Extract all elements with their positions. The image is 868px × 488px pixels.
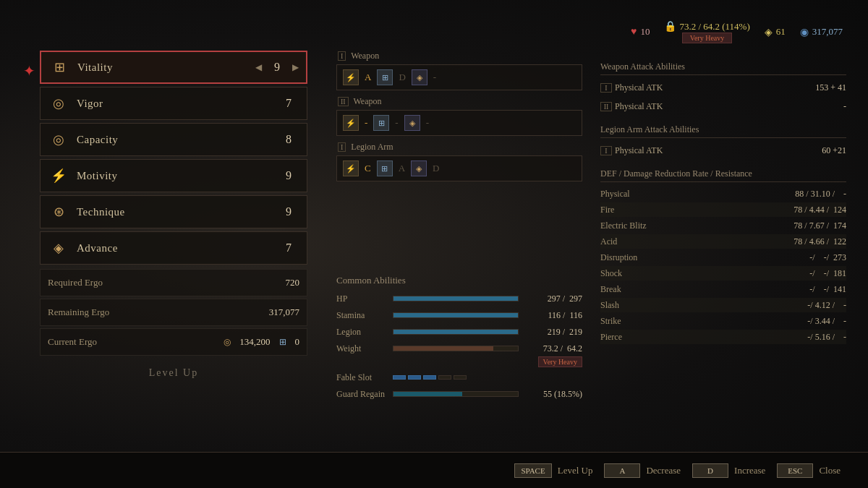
guard-bar-bg [393, 391, 519, 397]
legion-atk-value: 60 +21 [822, 145, 846, 156]
fable-dot-4 [438, 375, 451, 380]
weapon1-roman: I [338, 51, 346, 61]
def-fire-label: Fire [600, 205, 658, 215]
stat-vigor[interactable]: ◎ Vigor 7 [40, 87, 307, 120]
def-pierce-values: -/ 5.16 / - [658, 332, 846, 343]
weight-ability-row: Weight 73.2 / 64.2 [336, 342, 582, 355]
weapon2-atk-row: II Physical ATK - [600, 98, 846, 114]
weapon2-atk-label: Physical ATK [615, 101, 843, 112]
weight-bar-bg [393, 346, 519, 351]
def-pierce-row: Pierce -/ 5.16 / - [600, 330, 846, 344]
vitality-label: Vitality [77, 61, 255, 74]
technique-value: 9 [278, 205, 299, 218]
def-slash-label: Slash [600, 300, 658, 311]
def-pierce-label: Pierce [600, 332, 658, 343]
legion-slot[interactable]: ⚡ C ⊞ A ◈ D [336, 155, 582, 181]
fable-label: Fable Slot [336, 372, 387, 383]
def-shock-values: -/ -/ 181 [658, 268, 846, 279]
weapon1-header: I Weapon [336, 51, 582, 61]
stat-advance[interactable]: ◈ Advance 7 [40, 231, 307, 265]
equipment-panel: I Weapon ⚡ A ⊞ D ◈ - II Weapon ⚡ - ⊞ - ◈ [336, 51, 582, 187]
vitality-icon: ⊞ [48, 56, 70, 78]
def-electric-row: Electric Blitz 78 / 7.67 / 174 [600, 218, 846, 233]
vitality-left-arrow: ◀ [255, 62, 262, 73]
close-label: Close [819, 465, 841, 476]
weapon1-grade-left: A [365, 72, 371, 83]
def-disruption-row: Disruption -/ -/ 273 [600, 250, 846, 265]
def-shock-row: Shock -/ -/ 181 [600, 266, 846, 281]
weapon2-slot-icon: ⚡ [343, 115, 359, 131]
def-strike-row: Strike -/ 3.44 / - [600, 314, 846, 328]
vitality-arrows: ◀ 9 ▶ [255, 61, 299, 74]
weapon2-slot-icon3: ◈ [404, 115, 420, 131]
stat-motivity[interactable]: ⚡ Motivity 9 [40, 159, 307, 192]
legion-atk-row: I Physical ATK 60 +21 [600, 142, 846, 158]
guard-value: 55 (18.5%) [524, 389, 582, 400]
weapon1-atk-roman: I [600, 83, 612, 93]
def-disruption-values: -/ -/ 273 [658, 252, 846, 263]
weapon1-sep: D [399, 72, 405, 83]
required-ergo-row: Required Ergo 720 [40, 269, 307, 296]
very-heavy-tag: Very Heavy [538, 356, 582, 367]
vigor-icon: ◎ [48, 93, 69, 114]
weapon2-grade-left: - [365, 117, 367, 129]
hp-ability-row: HP 297 / 297 [336, 292, 582, 305]
weapon2-slot[interactable]: ⚡ - ⊞ - ◈ - [336, 110, 582, 136]
decrease-label: Decrease [646, 465, 681, 476]
remaining-ergo-value: 317,077 [269, 307, 299, 318]
current-ergo-icon: ◎ [224, 337, 231, 348]
legion-bar-bg [393, 329, 519, 335]
fable-dot-1 [393, 375, 406, 380]
def-strike-label: Strike [600, 316, 658, 327]
stamina-label: Stamina [336, 310, 387, 321]
def-physical-row: Physical 88 / 31.10 / - [600, 187, 846, 201]
stat-technique[interactable]: ⊛ Technique 9 [40, 195, 307, 228]
capacity-value: 8 [278, 133, 299, 146]
stamina-bar-fill [393, 313, 518, 317]
def-physical-label: Physical [600, 189, 658, 200]
stamina-value: 116 / 116 [524, 310, 582, 321]
def-physical-values: 88 / 31.10 / - [658, 189, 846, 200]
current-ergo-values: ◎ 134,200 ⊞ 0 [224, 336, 299, 348]
weapon1-section: I Weapon ⚡ A ⊞ D ◈ - [336, 51, 582, 90]
legion-label: Legion [336, 327, 387, 338]
increase-label: Increase [734, 465, 765, 476]
weapon2-right: - [426, 117, 429, 129]
legion-bar-fill [393, 330, 518, 334]
remaining-ergo-label: Remaining Ergo [48, 307, 269, 318]
weapon2-atk-roman: II [600, 102, 612, 111]
legion-value: 219 / 219 [524, 327, 582, 338]
current-ergo-val2: 0 [295, 336, 300, 348]
hp-label: HP [336, 294, 387, 304]
a-key-label: A [619, 466, 625, 475]
weapon1-slot-icon3: ◈ [412, 69, 427, 85]
weapon1-slot[interactable]: ⚡ A ⊞ D ◈ - [336, 64, 582, 90]
advance-value: 7 [278, 241, 299, 254]
advance-icon: ◈ [48, 237, 69, 259]
stat-capacity[interactable]: ◎ Capacity 8 [40, 123, 307, 156]
motivity-icon: ⚡ [48, 165, 69, 187]
weapon1-slot-icon2: ⊞ [377, 69, 393, 85]
a-key[interactable]: A [604, 463, 640, 478]
level-up-label: Level Up [149, 367, 198, 378]
legion-attack-section: Legion Arm Attack Abilities I Physical A… [600, 124, 846, 158]
legion-section: I Legion Arm ⚡ C ⊞ A ◈ D [336, 142, 582, 181]
space-key[interactable]: SPACE [514, 463, 551, 478]
current-ergo-icon2: ⊞ [279, 337, 286, 348]
stamina-bar-bg [393, 312, 519, 318]
d-key[interactable]: D [692, 463, 728, 478]
stat-vitality[interactable]: ⊞ Vitality ◀ 9 ▶ [40, 51, 307, 84]
vigor-value: 7 [278, 97, 299, 110]
level-up-action-label: Level Up [558, 465, 593, 476]
legion-ability-row: Legion 219 / 219 [336, 325, 582, 338]
fable-dot-5 [454, 375, 467, 380]
legion-atk-roman: I [600, 146, 612, 155]
current-ergo-val1: 134,200 [239, 336, 270, 348]
decorative-icon: ✦ [23, 62, 35, 80]
current-ergo-label: Current Ergo [48, 336, 224, 348]
fable-row: Fable Slot [336, 371, 582, 384]
weapon1-right: - [433, 72, 436, 83]
level-up-button[interactable]: Level Up [40, 367, 307, 379]
hp-bar-bg [393, 296, 519, 301]
esc-key[interactable]: ESC [777, 463, 813, 478]
